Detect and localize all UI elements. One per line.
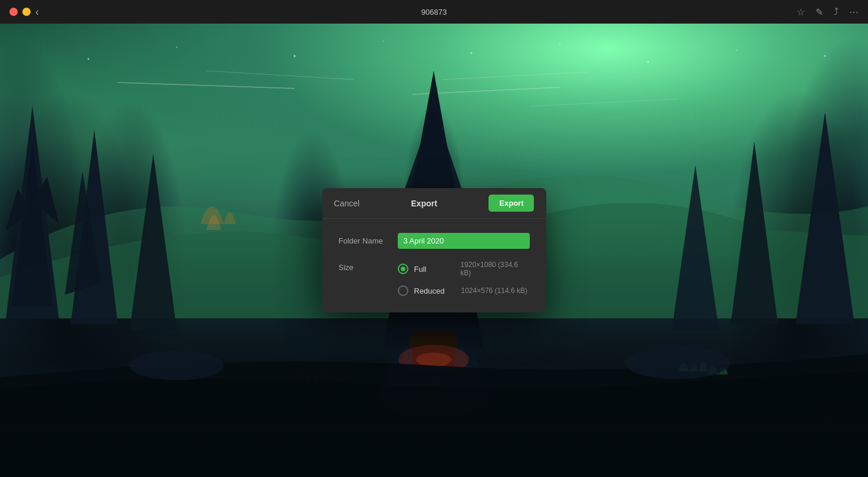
titlebar-left: ‹ — [9, 6, 44, 18]
dialog-title: Export — [411, 199, 437, 208]
traffic-light-red[interactable] — [9, 8, 18, 16]
radio-reduced[interactable] — [398, 285, 408, 296]
more-icon[interactable]: ⋯ — [849, 6, 859, 18]
size-option-full[interactable]: Full 1920×1080 (334.6 kB) — [398, 261, 530, 277]
titlebar: ‹ 906873 ☆ ✎ ⤴ ⋯ — [0, 0, 868, 24]
back-button[interactable]: ‹ — [35, 6, 39, 18]
share-icon[interactable]: ⤴ — [834, 6, 839, 17]
dialog-body: Folder Name Size Full 1920×1080 (334.6 k… — [322, 219, 546, 312]
export-dialog: Cancel Export Export Folder Name Size — [322, 188, 546, 312]
star-icon[interactable]: ☆ — [797, 6, 805, 18]
edit-icon[interactable]: ✎ — [816, 6, 823, 18]
size-option-reduced[interactable]: Reduced 1024×576 (114.6 kB) — [398, 285, 530, 296]
dialog-overlay: Cancel Export Export Folder Name Size — [0, 24, 868, 477]
size-options: Full 1920×1080 (334.6 kB) Reduced 1024×5… — [398, 261, 530, 296]
size-reduced-label: Reduced — [414, 287, 456, 295]
traffic-light-yellow[interactable] — [22, 8, 31, 16]
folder-name-row: Folder Name — [339, 233, 530, 249]
cancel-button[interactable]: Cancel — [334, 196, 360, 210]
radio-full[interactable] — [398, 264, 408, 274]
folder-name-label: Folder Name — [339, 236, 398, 245]
titlebar-title: 906873 — [421, 8, 447, 17]
size-label: Size — [339, 261, 398, 272]
export-button[interactable]: Export — [489, 195, 534, 212]
size-row: Size Full 1920×1080 (334.6 kB) Reduced — [339, 261, 530, 296]
size-reduced-info: 1024×576 (114.6 kB) — [461, 287, 527, 295]
titlebar-right: ☆ ✎ ⤴ ⋯ — [797, 6, 859, 18]
size-full-label: Full — [414, 265, 455, 274]
radio-full-inner — [401, 267, 405, 271]
dialog-header: Cancel Export Export — [322, 188, 546, 219]
size-full-info: 1920×1080 (334.6 kB) — [460, 261, 529, 277]
folder-name-input[interactable] — [398, 233, 530, 249]
